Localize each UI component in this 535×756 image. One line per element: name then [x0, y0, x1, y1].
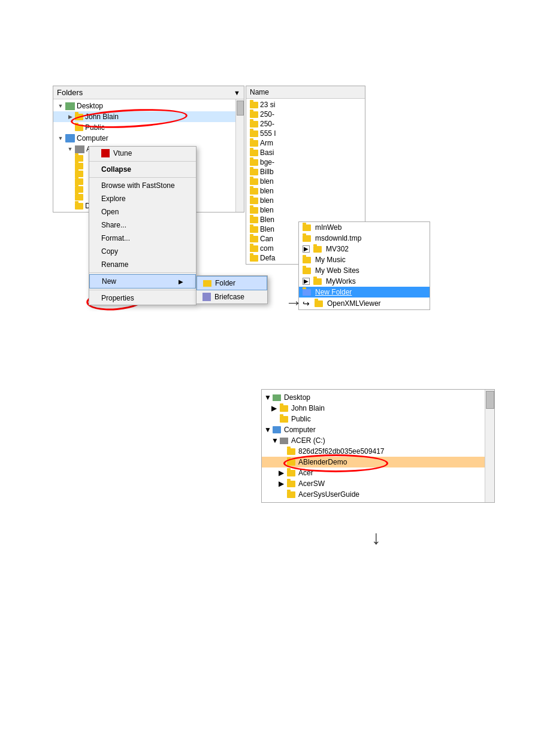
ctx-rename[interactable]: Rename — [89, 258, 196, 271]
context-menu: Vtune Collapse Browse with FastStone Exp… — [89, 146, 197, 305]
expand-desktop[interactable]: ▼ — [56, 101, 65, 111]
ctx-divider-4 — [89, 290, 196, 290]
ctx-browse-faststone-label: Browse with FastStone — [101, 181, 175, 190]
rfi-my-music-icon — [303, 257, 311, 263]
file-item-1[interactable]: 23 si — [246, 100, 365, 110]
rfi-new-folder[interactable]: New Folder — [299, 287, 430, 297]
bottom-panel-wrapper: ▼ Desktop ▶ John Blain Public — [131, 389, 364, 503]
ctx-properties[interactable]: Properties — [89, 292, 196, 305]
rfi-myworks-icon — [313, 278, 322, 285]
rfi-my-web-sites-icon — [303, 268, 311, 274]
ctx-share[interactable]: Share... — [89, 218, 196, 232]
file-item-5[interactable]: Arm — [246, 138, 365, 148]
fi7-icon — [250, 159, 258, 166]
ctx-copy[interactable]: Copy — [89, 245, 196, 258]
file-item-9[interactable]: blen — [246, 177, 365, 186]
file-item-7[interactable]: bge- — [246, 157, 365, 167]
bt-acersw-expand[interactable]: ▶ — [279, 479, 286, 488]
bt-ablenderdemo[interactable]: ABlenderDemo — [262, 457, 485, 467]
bt-computer[interactable]: ▼ Computer — [262, 424, 485, 435]
bottom-scroll-thumb[interactable] — [486, 391, 494, 409]
tree-item-public[interactable]: Public — [53, 122, 235, 133]
bottom-scrollbar[interactable] — [485, 390, 494, 502]
bt-826d[interactable]: 826d25f62db035ee509417 — [262, 446, 485, 457]
rfi-myworks-label: MyWorks — [326, 277, 356, 286]
fi11-icon — [250, 198, 258, 204]
fi17-icon — [250, 255, 258, 262]
ctx-new-arrow: ▶ — [179, 278, 183, 285]
bt-acer-folder[interactable]: ▶ Acer — [262, 467, 485, 478]
file-item-3[interactable]: 250- — [246, 119, 365, 129]
bt-john-blain[interactable]: ▶ John Blain — [262, 403, 485, 414]
bt-ablender-label: ABlenderDemo — [298, 458, 347, 466]
bt-computer-expand[interactable]: ▼ — [264, 426, 271, 434]
rfi-mv302[interactable]: ▶ MV302 — [299, 244, 430, 254]
ctx-browse-faststone[interactable]: Browse with FastStone — [89, 179, 196, 192]
bt-john-expand[interactable]: ▶ — [271, 404, 279, 412]
bt-public-label: Public — [291, 415, 311, 423]
rfi-openxmlviewer-icon — [315, 300, 323, 307]
bt-desktop-label: Desktop — [284, 393, 310, 402]
bt-john-label: John Blain — [291, 404, 325, 412]
fi12-icon — [250, 207, 258, 214]
tree-item-desktop[interactable]: ▼ Desktop — [53, 101, 235, 111]
rfi-my-music[interactable]: My Music — [299, 254, 430, 265]
folder-icon-john-blain — [75, 114, 83, 120]
bottom-section: ▼ Desktop ▶ John Blain Public — [0, 389, 535, 503]
expand-public[interactable] — [65, 123, 75, 132]
rfi-minweb[interactable]: mInWeb — [299, 222, 430, 233]
expand-mv302[interactable]: ▶ — [303, 245, 310, 253]
expand-computer[interactable]: ▼ — [56, 133, 65, 143]
submenu-briefcase-label: Briefcase — [214, 293, 244, 301]
header-dropdown-arrow[interactable]: ▼ — [234, 89, 240, 96]
bt-826d-label: 826d25f62db035ee509417 — [298, 447, 384, 456]
bt-desktop[interactable]: ▼ Desktop — [262, 392, 485, 403]
submenu-briefcase[interactable]: Briefcase — [197, 290, 267, 303]
bt-desktop-icon — [273, 394, 281, 401]
ctx-properties-label: Properties — [101, 294, 134, 302]
ctx-collapse[interactable]: Collapse — [89, 163, 196, 176]
tree-item-john-blain[interactable]: ▶ John Blain — [53, 111, 235, 122]
rfi-myworks[interactable]: ▶ MyWorks — [299, 276, 430, 287]
rfi-openxmlviewer[interactable]: ↪ OpenXMLViewer — [299, 297, 430, 309]
john-blain-label: John Blain — [85, 113, 119, 121]
rfi-mv302-label: MV302 — [326, 245, 349, 253]
file-item-4[interactable]: 555 I — [246, 129, 365, 138]
expand-john-blain[interactable]: ▶ — [65, 112, 75, 122]
rfi-msdownld[interactable]: msdownld.tmp — [299, 233, 430, 244]
folder-icon-sub6 — [75, 194, 83, 201]
file-panel-header: Name — [246, 86, 365, 99]
ctx-format[interactable]: Format... — [89, 232, 196, 245]
bt-acersw[interactable]: ▶ AcerSW — [262, 478, 485, 489]
file-item-6[interactable]: Basi — [246, 148, 365, 157]
rfi-my-web-sites[interactable]: My Web Sites — [299, 265, 430, 276]
ctx-vtune[interactable]: Vtune — [89, 147, 196, 160]
bt-acersysuserguide[interactable]: AcerSysUserGuide — [262, 489, 485, 500]
ctx-new[interactable]: New ▶ — [89, 274, 196, 289]
bt-acer-expand[interactable]: ▼ — [271, 436, 279, 445]
bt-acer-folder-expand[interactable]: ▶ — [279, 469, 286, 477]
submenu-folder[interactable]: Folder — [197, 276, 267, 290]
file-item-11[interactable]: blen — [246, 196, 365, 205]
expand-myworks[interactable]: ▶ — [303, 278, 310, 285]
file-item-12[interactable]: blen — [246, 205, 365, 215]
fi4-icon — [250, 130, 258, 137]
rfi-minweb-icon — [303, 224, 311, 231]
fi16-icon — [250, 245, 258, 252]
file-item-8[interactable]: Billb — [246, 167, 365, 177]
ctx-open[interactable]: Open — [89, 205, 196, 218]
expand-acer-drive[interactable]: ▼ — [65, 144, 75, 154]
ctx-explore[interactable]: Explore — [89, 192, 196, 205]
bt-computer-label: Computer — [284, 426, 316, 434]
ctx-collapse-label: Collapse — [101, 165, 131, 174]
bt-desktop-expand[interactable]: ▼ — [264, 393, 271, 402]
file-item-10[interactable]: blen — [246, 186, 365, 196]
scroll-thumb[interactable] — [237, 101, 244, 116]
file-item-2[interactable]: 250- — [246, 110, 365, 119]
bt-acer-drive[interactable]: ▼ ACER (C:) — [262, 435, 485, 446]
rfi-minweb-label: mInWeb — [315, 223, 341, 232]
bt-public[interactable]: Public — [262, 414, 485, 424]
rfi-msdownld-icon — [303, 235, 311, 242]
tree-item-computer[interactable]: ▼ Computer — [53, 133, 235, 144]
folder-panel-scrollbar[interactable] — [235, 99, 244, 212]
